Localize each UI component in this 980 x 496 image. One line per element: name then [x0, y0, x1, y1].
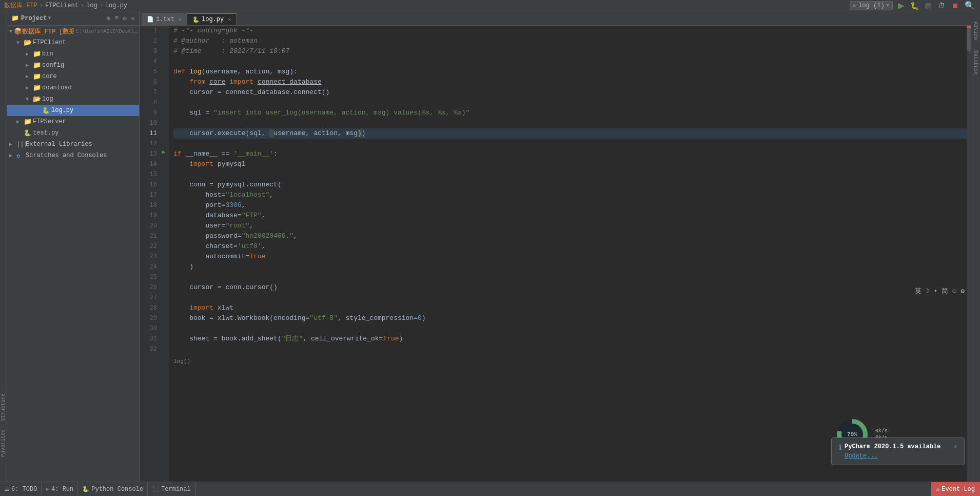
line-num-24: 24	[140, 262, 157, 272]
line-num-15: 15	[140, 169, 157, 180]
python-console-icon: 🐍	[82, 486, 89, 492]
event-log-icon: ⚠	[936, 486, 940, 492]
project-icon: 📁	[11, 14, 19, 22]
core-label: core	[42, 73, 57, 80]
code-line-23: autocommit=True	[173, 252, 967, 262]
tree-item-ftpclient[interactable]: ▼ 📂 FTPClient	[7, 37, 139, 48]
tree-root-item[interactable]: ▼ 📦 数据库_FTP [数据库+FTP] C:\Users\ASUS\Desk…	[7, 26, 139, 37]
tree-item-scratches[interactable]: ▶ ✿ Scratches and Consoles	[7, 150, 139, 161]
tab-logpy[interactable]: 🐍 log.py ✕	[187, 13, 237, 25]
code-line-20: user="root",	[173, 221, 967, 231]
editor-area: 📄 1.txt ✕ 🐍 log.py ✕ 1 2 3 4 5 6 7 8	[140, 11, 971, 482]
code-line-3: # @time : 2022/7/11 10:07	[173, 46, 967, 56]
code-line-30	[173, 323, 967, 334]
line-num-25: 25	[140, 272, 157, 282]
tab-logpy-close[interactable]: ✕	[228, 16, 231, 23]
code-line-10	[173, 118, 967, 128]
settings-icon[interactable]: ⚙	[961, 287, 965, 295]
code-line-14: import pymysql	[173, 159, 967, 169]
ftpclient-label: FTPClient	[33, 39, 66, 46]
tab-1txt-close[interactable]: ✕	[179, 16, 182, 23]
line-num-5: 5	[140, 67, 157, 77]
search-button[interactable]: 🔍	[964, 1, 976, 10]
notification-title-row: ℹ PyCharm 2020.1.5 available Update... ✕	[839, 443, 957, 460]
run-config-selector[interactable]: ▶ log (1) ▼	[850, 1, 893, 10]
ftpserver-label: FTPServer	[33, 118, 66, 125]
todo-btn[interactable]: ☰ 6: TODO	[0, 482, 42, 496]
line-num-6: 6	[140, 77, 157, 87]
line-num-23: 23	[140, 252, 157, 262]
tree-item-bin[interactable]: ▶ 📁 bin	[7, 48, 139, 60]
aiview-tab[interactable]: AIView	[973, 22, 978, 40]
notification-close-icon[interactable]: ✕	[953, 443, 957, 450]
coverage-button[interactable]: ▤	[924, 2, 933, 10]
notification-link[interactable]: Update...	[845, 452, 940, 460]
event-log-btn[interactable]: ⚠ Event Log	[931, 482, 980, 496]
tree-item-download[interactable]: ▶ 📁 download	[7, 82, 139, 93]
tree-item-test-py[interactable]: 🐍 test.py	[7, 127, 139, 139]
settings-gear-icon[interactable]: ⚙	[123, 14, 127, 23]
run-status-btn[interactable]: ▶ 4: Run	[42, 482, 78, 496]
breadcrumb-part-3[interactable]: log.py	[105, 2, 127, 9]
arrow-extlibs-icon: ▶	[9, 141, 16, 147]
dropdown-arrow-icon: ▼	[887, 3, 889, 8]
emoji-icon[interactable]: ☺	[952, 288, 956, 295]
line-num-31: 31	[140, 334, 157, 344]
tree-item-log-py[interactable]: 🐍 log.py	[7, 105, 139, 116]
breadcrumb-part-0[interactable]: 数据库_FTP	[4, 1, 37, 10]
favorites-tab[interactable]: Favorites	[0, 425, 7, 461]
notification-content: PyCharm 2020.1.5 available Update...	[845, 443, 940, 460]
fold-arrow-13[interactable]: ▶	[162, 149, 165, 155]
code-line-16: conn = pymysql.connect(	[173, 180, 967, 190]
tree-item-log-folder[interactable]: ▼ 📂 log	[7, 93, 139, 105]
run-controls: ▶ log (1) ▼ ▶ 🐛 ▤ ⏱ ⏹ 🔍	[850, 1, 976, 10]
event-log-label: Event Log	[942, 486, 975, 493]
tab-1txt[interactable]: 📄 1.txt ✕	[142, 13, 187, 25]
close-panel-icon[interactable]: ✕	[131, 14, 135, 23]
scratches-label: Scratches and Consoles	[26, 152, 107, 159]
database-tab[interactable]: Database	[973, 50, 978, 75]
config-label: config	[42, 62, 64, 69]
net-up: ↑ 0k/s	[871, 428, 888, 434]
arrow-config-icon: ▶	[26, 62, 33, 68]
moon-icon[interactable]: ☽	[926, 287, 930, 295]
run-status-label: 4: Run	[51, 486, 73, 493]
run-button[interactable]: ▶	[897, 1, 905, 10]
code-line-31: sheet = book.add_sheet("日志", cell_overwr…	[173, 334, 967, 344]
structure-tab[interactable]: Structure	[0, 389, 7, 425]
right-scrollbar[interactable]	[967, 26, 971, 482]
line-num-19: 19	[140, 211, 157, 221]
stop-button[interactable]: ⏹	[950, 2, 959, 10]
code-line-22: charset='utf8',	[173, 241, 967, 252]
terminal-btn[interactable]: ⬛ Terminal	[148, 482, 195, 496]
breadcrumb-part-2[interactable]: log	[86, 2, 97, 9]
breadcrumb-part-1[interactable]: FTPClient	[45, 2, 79, 9]
code-line-18: port=3306,	[173, 200, 967, 211]
collapse-icon[interactable]: ≡	[115, 14, 119, 23]
tree-item-core[interactable]: ▶ 📁 core	[7, 71, 139, 82]
scrollbar-thumb[interactable]	[967, 26, 971, 51]
folder-download-icon: 📁	[33, 84, 42, 92]
tree-item-config[interactable]: ▶ 📁 config	[7, 60, 139, 71]
code-line-25	[173, 272, 967, 282]
python-console-btn[interactable]: 🐍 Python Console	[78, 482, 148, 496]
locate-icon[interactable]: ⊕	[107, 14, 111, 23]
code-content[interactable]: # -*- coding=gbk -*- # @author : aoteman…	[169, 26, 967, 482]
arrow-bin-icon: ▶	[26, 51, 33, 57]
system-tray: 英 ☽ • 简 ☺ ⚙	[915, 287, 965, 296]
code-line-1: # -*- coding=gbk -*-	[173, 26, 967, 36]
chinese-selector[interactable]: 简	[942, 287, 948, 296]
panel-title: Project	[21, 15, 47, 22]
code-editor: 1 2 3 4 5 6 7 8 9 10 11 12 13 14 15 16 1…	[140, 26, 971, 482]
debug-button[interactable]: 🐛	[909, 2, 920, 10]
code-line-6: from core import connect_database	[173, 77, 967, 87]
terminal-icon: ⬛	[152, 486, 159, 492]
root-path: C:\Users\ASUS\Desktop\数据库_FTP	[76, 28, 139, 35]
line-num-32: 32	[140, 344, 157, 354]
lang-selector[interactable]: 英	[915, 287, 922, 296]
tree-item-external-libs[interactable]: ▶ ||| External Libraries	[7, 139, 139, 150]
tree-item-ftpserver[interactable]: ▶ 📁 FTPServer	[7, 116, 139, 127]
profile-button[interactable]: ⏱	[937, 2, 946, 10]
code-line-27	[173, 293, 967, 303]
external-libs-label: External Libraries	[26, 141, 92, 148]
